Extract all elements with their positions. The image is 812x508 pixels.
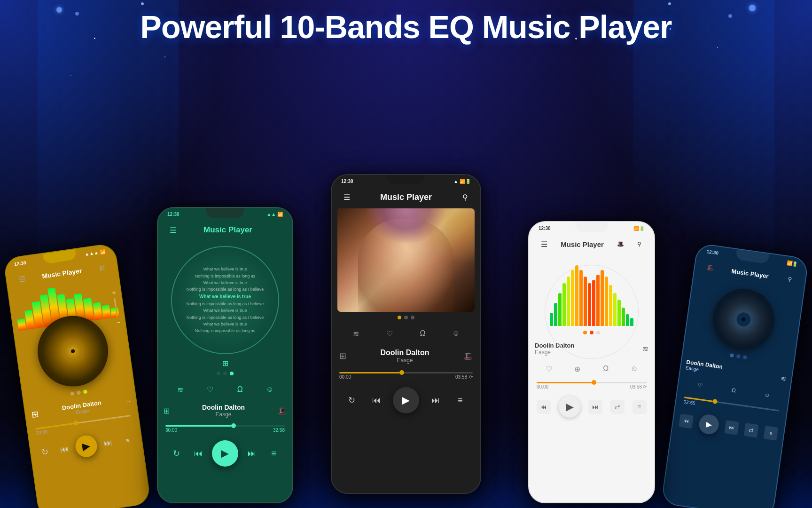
prev-btn-white[interactable]: ⏮	[537, 400, 551, 414]
play-btn-center[interactable]: ▶	[393, 387, 419, 413]
search-icon-center[interactable]: ⚲	[458, 190, 473, 205]
list-icon-green[interactable]: ⊞	[222, 359, 228, 368]
app-title-center: Music Player	[380, 192, 432, 202]
smiley-icon-blue[interactable]: ☺	[758, 387, 775, 404]
hat-icon-green[interactable]: 🎩	[277, 406, 287, 415]
playlist-icon-gold[interactable]: ⊞	[31, 409, 39, 420]
heart-icon-center[interactable]: ♡	[382, 326, 397, 341]
shuffle-btn-white[interactable]: ⇄	[610, 400, 625, 414]
main-title: Powerful 10-Bands EQ Music Player	[0, 8, 812, 45]
time-total-green: 32:58	[273, 428, 285, 433]
next-btn-white[interactable]: ⏭	[588, 400, 602, 414]
play-btn-green[interactable]: ▶	[212, 440, 238, 467]
smiley-icon-green[interactable]: ☺	[262, 382, 277, 397]
search-hdr-icon-white[interactable]: ⚲	[632, 237, 647, 252]
hat-icon-center[interactable]: 🎩	[463, 352, 473, 361]
search-icon-blue[interactable]: ⚲	[781, 270, 798, 287]
list-icon-gold[interactable]: ⊞	[94, 259, 110, 276]
play-btn-blue[interactable]: ▶	[698, 413, 720, 435]
speed-icon-white[interactable]: ⟳	[643, 384, 647, 389]
time-white: 12:30	[539, 226, 551, 231]
eq-hdr-icon-white[interactable]: ≋	[642, 344, 648, 353]
next-btn-blue[interactable]: ⏭	[724, 420, 739, 435]
album-img-center	[337, 208, 475, 312]
lyric-8: What we believe is true	[187, 321, 264, 327]
lyric-5: Nothing is impossible as long as I belie…	[187, 301, 264, 307]
prev-btn-gold[interactable]: ⏮	[55, 440, 74, 459]
progress-fill-white	[537, 382, 592, 383]
menu-icon-white[interactable]: ☰	[537, 237, 552, 252]
track-info-green: Doolin Dalton Easge	[202, 402, 245, 420]
volume-up-gold[interactable]: +	[111, 289, 116, 297]
lyrics-circle: What we believe is true Nothing is impos…	[171, 246, 279, 354]
lyric-2: Nothing is impossible as long as	[187, 273, 264, 279]
header-left-blue: 🎩	[702, 259, 718, 276]
more-icon-gold[interactable]: ···	[125, 398, 131, 405]
headphones-icon-center[interactable]: Ω	[415, 326, 430, 341]
action-row-green: ≋ ♡ Ω ☺	[158, 379, 292, 400]
playlist-icon-center[interactable]: ⊞	[339, 351, 346, 361]
menu-icon-green[interactable]: ☰	[165, 222, 180, 238]
progress-white[interactable]: 00:00 03:58 ⟳	[537, 382, 647, 389]
track-name-green: Doolin Dalton	[202, 404, 245, 411]
eq-icon-blue[interactable]: ≋	[781, 374, 787, 382]
playlist-btn-white[interactable]: ≡	[632, 400, 647, 414]
headphones-icon-white[interactable]: Ω	[598, 361, 613, 376]
lens-flare-5	[141, 2, 144, 5]
eq-icon-center[interactable]: ≋	[349, 326, 364, 341]
shuffle-btn-blue[interactable]: ⇄	[744, 423, 759, 438]
smiley-icon-center[interactable]: ☺	[449, 326, 464, 341]
heart-icon-white[interactable]: ♡	[541, 361, 556, 376]
heart-icon-green[interactable]: ♡	[203, 382, 218, 397]
playlist-btn-blue[interactable]: ≡	[764, 426, 779, 441]
playlist-btn-center[interactable]: ≡	[452, 392, 469, 409]
repeat-btn-gold[interactable]: ↻	[35, 443, 55, 462]
next-btn-gold[interactable]: ⏭	[99, 434, 118, 453]
dot-1-green	[217, 372, 220, 375]
playlist-btn-green[interactable]: ≡	[265, 445, 282, 462]
hat-hdr-icon-blue[interactable]: 🎩	[702, 259, 718, 276]
prev-btn-center[interactable]: ⏮	[368, 392, 385, 409]
track-name-center: Doolin Dalton	[381, 349, 429, 357]
time-gold: 12:30	[14, 260, 26, 267]
phone-white: 12:30 📶🔋 ☰ Music Player 🎩 ⚲	[528, 221, 655, 503]
headphones-icon-green[interactable]: Ω	[233, 382, 248, 397]
next-btn-center[interactable]: ⏭	[427, 392, 444, 409]
playlist-icon2-green[interactable]: ⊞	[164, 406, 170, 415]
time-labels-center: 00:00 03:58 ⟳	[339, 374, 473, 380]
menu-icon-center[interactable]: ☰	[339, 190, 354, 205]
menu-icon-gold[interactable]: ☰	[14, 270, 31, 287]
progress-center[interactable]: 00:00 03:58 ⟳	[339, 372, 473, 380]
eq-b20	[630, 318, 633, 326]
lyric-highlight: What we believe is true	[187, 293, 264, 301]
speed-icon-center[interactable]: ⟳	[469, 374, 473, 380]
time-current-green: 30:00	[165, 428, 177, 433]
plus-icon-white[interactable]: ⊕	[570, 361, 585, 376]
notch-green	[206, 208, 244, 218]
signal-white: 📶🔋	[633, 226, 645, 231]
prev-btn-green[interactable]: ⏮	[190, 445, 207, 462]
page-dots-center	[332, 316, 480, 319]
header-white: ☰ Music Player 🎩 ⚲	[529, 233, 654, 255]
next-btn-green[interactable]: ⏭	[243, 445, 260, 462]
repeat-btn-green[interactable]: ↻	[168, 445, 185, 462]
progress-track-center	[339, 372, 473, 373]
app-title-blue: Music Player	[731, 267, 769, 279]
sparkle-4	[717, 47, 718, 48]
screen-green: 12:30 ▲▲ 📶 ☰ Music Player What we believ…	[158, 208, 292, 502]
eq-b1	[550, 313, 553, 326]
repeat-btn-center[interactable]: ↻	[343, 392, 360, 409]
playlist-btn-gold[interactable]: ≡	[118, 431, 137, 450]
play-btn-gold[interactable]: ▶	[74, 434, 99, 459]
smiley-icon-white[interactable]: ☺	[627, 361, 642, 376]
prev-btn-blue[interactable]: ⏮	[679, 414, 694, 429]
play-btn-white[interactable]: ▶	[559, 396, 580, 418]
eq-icon-green[interactable]: ≋	[173, 382, 188, 397]
progress-thumb-white	[592, 380, 596, 385]
heart-icon-blue[interactable]: ♡	[692, 377, 709, 394]
hat-hdr-icon-white[interactable]: 🎩	[613, 237, 628, 252]
progress-green[interactable]: 30:00 32:58	[165, 425, 285, 433]
eq-b8	[579, 270, 583, 326]
headphones-icon-blue[interactable]: Ω	[725, 382, 742, 399]
volume-down-gold[interactable]: −	[116, 318, 120, 326]
